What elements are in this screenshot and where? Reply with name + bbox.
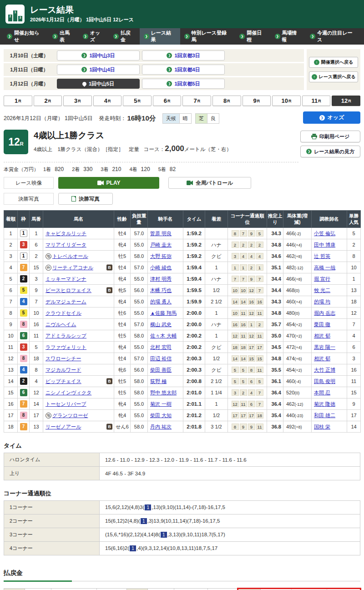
result-guide-button[interactable]: ❯レース結果の見方 — [300, 146, 360, 157]
trainer-link[interactable]: 菊沢 隆徳 — [314, 401, 335, 407]
horse-name-link[interactable]: クラウドセイル — [46, 310, 81, 316]
jockey-link[interactable]: 菅原 明良 — [150, 231, 172, 236]
jockey-link[interactable]: 野中 悠太郎 — [150, 390, 177, 395]
trainer-link[interactable]: 田中 博康 — [314, 242, 335, 247]
tab-race-1[interactable]: 1R — [4, 96, 32, 106]
jockey-link[interactable]: 佐々木 大輔 — [150, 333, 177, 338]
jockey-link[interactable]: 戸崎 圭太 — [150, 242, 172, 247]
corner-order-value: 15,6(2,12)(4,8)3(1,13)(9,10)(11,14)-(7,1… — [100, 501, 360, 514]
horse-name-link[interactable]: マリアイリダータ — [46, 242, 86, 247]
horse-name-link[interactable]: ニシノインヴィクタ — [46, 390, 91, 395]
tab-race-10[interactable]: 10R — [272, 96, 301, 106]
horse-name-link[interactable]: ニヴルヘイム — [46, 322, 76, 327]
nav-item-kaisai-nittei[interactable]: ❯開催日程 — [235, 28, 270, 45]
horse-name-link[interactable]: スワローシチー — [46, 356, 81, 361]
trainer-link[interactable]: 牧 光二 — [314, 287, 330, 293]
jockey-link[interactable]: 柴田 大知 — [150, 413, 172, 418]
horse-name-link[interactable]: リーティアコナル — [52, 265, 93, 270]
nav-item-shutsubahyo[interactable]: ❯出馬表 — [48, 28, 79, 45]
jockey-link[interactable]: 北村 宏司 — [150, 344, 172, 350]
back-to-race-select-button[interactable]: ↑レース選択へ戻る — [309, 71, 358, 82]
odds-button[interactable]: ❯オッズ — [303, 111, 360, 124]
meeting-button-nakayama3[interactable]: ❯1回中山3日 — [57, 50, 140, 61]
meeting-button-nakayama5-selected[interactable]: 1回中山5日 — [57, 79, 140, 89]
horse-name-link[interactable]: ミッキーマドンナ — [46, 276, 86, 282]
finish-position: 15 — [4, 387, 18, 398]
nav-item-tokubetsu-toroku[interactable]: ❯特別レース登録馬 — [180, 28, 236, 45]
jockey-link[interactable]: 木幡 巧也 — [150, 287, 172, 293]
corner-pos-box: 8 — [232, 424, 239, 430]
horse-name-link[interactable]: グランツローゼ — [52, 413, 88, 418]
horse-name-link[interactable]: アドミラルシップ — [46, 333, 86, 338]
horse-name-link[interactable]: デルマジュテーム — [46, 299, 86, 304]
jockey-link[interactable]: 柴田 善臣 — [150, 367, 172, 373]
horse-name-link[interactable]: ピースヒロフェイス — [46, 287, 91, 293]
finish-photo-button[interactable]: 決勝写真 — [58, 193, 113, 205]
meeting-button-kyoto3[interactable]: ❯1回京都3日 — [142, 50, 225, 61]
nav-item-chumoku-race[interactable]: ❯今週の注目レース — [306, 28, 361, 45]
tab-race-4[interactable]: 4R — [93, 96, 122, 106]
nav-item-race-kekka[interactable]: ❯レース結果 — [140, 28, 180, 45]
print-page-button[interactable]: 印刷用ページ — [300, 131, 360, 142]
corner-positions: 161612 — [228, 319, 267, 330]
trainer-link[interactable]: 大竹 正博 — [314, 367, 335, 373]
trainer-link[interactable]: 辻 哲英 — [314, 253, 330, 259]
play-video-button[interactable]: PLAY — [58, 177, 159, 189]
jockey-link[interactable]: 横山 武史 — [150, 322, 172, 327]
nav-item-kaisai-oshirase[interactable]: ❯開催お知らせ — [3, 28, 48, 45]
trainer-link[interactable]: 黒岩 陽一 — [314, 344, 335, 350]
trainer-link[interactable]: 相沢 郁 — [314, 356, 330, 361]
tab-race-3[interactable]: 3R — [63, 96, 92, 106]
body-weight: 446(+4) — [283, 239, 312, 251]
jockey-link[interactable]: ▲佐藤 翔馬 — [150, 310, 177, 316]
horse-name-link[interactable]: ビップチェイス — [46, 378, 81, 384]
trainer-link[interactable]: 高橋 一哉 — [314, 265, 335, 270]
tab-race-8[interactable]: 8R — [212, 96, 241, 106]
horse-number: 9 — [30, 285, 43, 296]
jockey-link[interactable]: 丹内 祐次 — [150, 424, 172, 429]
jockey-link[interactable]: 荻野 極 — [150, 378, 167, 384]
jockey-link[interactable]: 的場 勇人 — [150, 299, 172, 304]
jockey-link[interactable]: 津村 明秀 — [150, 276, 172, 282]
nav-item-haraimodoshi[interactable]: ❯払戻金 — [109, 28, 140, 45]
horse-name-link[interactable]: ラファヴォリット — [46, 344, 86, 350]
finish-time: 2:00.3 — [183, 364, 205, 376]
jockey-link[interactable]: 大野 拓弥 — [150, 253, 172, 259]
tab-race-6[interactable]: 6R — [153, 96, 182, 106]
last-furlongs-value: 4F 46.5 - 3F 34.9 — [100, 467, 360, 480]
trainer-link[interactable]: 本間 忍 — [314, 390, 330, 395]
tab-race-5[interactable]: 5R — [123, 96, 152, 106]
horse-name-link[interactable]: リーゼノアール — [46, 424, 81, 429]
tab-race-11[interactable]: 11R — [302, 96, 331, 106]
horse-number: 14 — [30, 398, 43, 410]
horse-name-link[interactable]: キャピタルリッチ — [46, 231, 86, 236]
trainer-link[interactable]: 和田 雄二 — [314, 413, 335, 418]
back-to-meeting-select-button[interactable]: ↑開催選択へ戻る — [309, 57, 358, 68]
nav-item-baba-joho[interactable]: ❯馬場情報 — [271, 28, 306, 45]
nav-item-odds[interactable]: ❯オッズ — [79, 28, 109, 45]
trainer-link[interactable]: 堀内 岳志 — [314, 310, 335, 316]
tab-race-12-active[interactable]: 12R — [332, 96, 360, 106]
trainer-link[interactable]: 相沢 郁 — [314, 333, 330, 338]
trainer-link[interactable]: 国枝 栄 — [314, 424, 330, 429]
jockey-link[interactable]: 菊沢 一樹 — [150, 401, 172, 407]
meeting-button-kyoto4[interactable]: ❯1回京都4日 — [142, 65, 225, 75]
tab-race-7[interactable]: 7R — [182, 96, 211, 106]
trainer-link[interactable]: 的場 均 — [314, 299, 330, 304]
trainer-link[interactable]: 堀 宣行 — [314, 276, 330, 282]
jockey-link[interactable]: 小崎 綾也 — [150, 265, 172, 270]
trainer-link[interactable]: 栗田 徹 — [314, 322, 330, 327]
tab-race-2[interactable]: 2R — [34, 96, 62, 106]
race-date-text: 2026年1月12日（月曜） 1回中山5日 — [4, 115, 92, 122]
meeting-button-kyoto5[interactable]: ❯1回京都5日 — [142, 79, 225, 89]
horse-name-link[interactable]: マジカルワード — [46, 367, 81, 373]
meeting-button-nakayama4[interactable]: ❯1回中山4日 — [57, 65, 140, 75]
trainer-link[interactable]: 小笠 倫弘 — [314, 231, 335, 236]
patrol-video-button[interactable]: 全周パトロール — [168, 177, 251, 189]
jockey-link[interactable]: 田辺 裕信 — [150, 356, 172, 361]
trainer-link[interactable]: 田島 俊明 — [314, 378, 335, 384]
tab-race-9[interactable]: 9R — [243, 96, 271, 106]
horse-name-link[interactable]: トーセンリバーブ — [46, 401, 86, 407]
horse-name-link[interactable]: トレベルオール — [52, 253, 88, 259]
last-3f-time: 34.4 — [267, 285, 283, 296]
